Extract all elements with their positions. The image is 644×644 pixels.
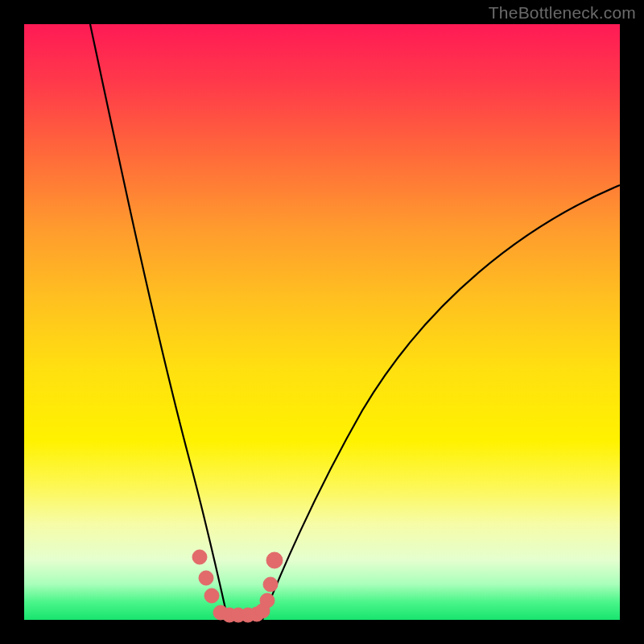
- svg-point-9: [260, 593, 275, 608]
- left-curve: [90, 24, 227, 616]
- svg-point-11: [266, 552, 283, 568]
- curves-svg: [24, 24, 620, 620]
- watermark-label: TheBottleneck.com: [489, 3, 636, 23]
- svg-point-1: [199, 571, 213, 585]
- svg-point-10: [263, 577, 278, 592]
- plot-area: [24, 24, 620, 620]
- svg-point-0: [192, 550, 207, 564]
- chart-frame: TheBottleneck.com: [0, 0, 644, 644]
- trough-dots: [192, 550, 283, 622]
- svg-point-2: [204, 588, 219, 603]
- right-curve: [262, 185, 620, 620]
